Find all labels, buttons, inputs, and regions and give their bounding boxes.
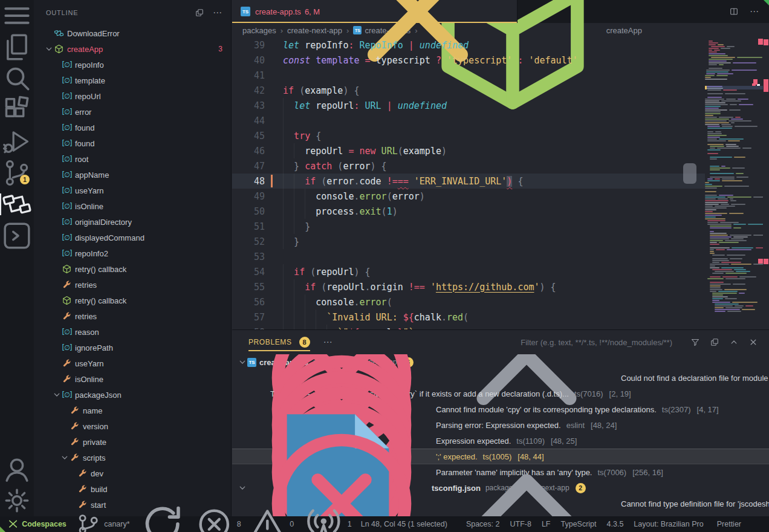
code-line[interactable]: 53 — [232, 249, 705, 264]
outline-item-name[interactable]: name — [34, 403, 231, 418]
minimap[interactable] — [705, 37, 763, 329]
code-line[interactable]: 49console.error(error) — [232, 189, 705, 204]
outline-item-repourl[interactable]: [∅]repoUrl — [34, 88, 231, 104]
outline-item-useyarn[interactable]: [∅]useYarn — [34, 183, 231, 198]
cursor-position[interactable]: Ln 48, Col 45 (1 selected) — [361, 520, 447, 528]
split-editor-icon[interactable] — [729, 7, 739, 16]
outline-item-originaldirectory[interactable]: [∅]originalDirectory — [34, 214, 231, 230]
activitybar-menu[interactable] — [0, 0, 34, 31]
files-icon — [0, 30, 34, 64]
outline-item-appname[interactable]: [∅]appName — [34, 167, 231, 183]
code-line[interactable]: 51} — [232, 219, 705, 234]
outline-item-reason[interactable]: [∅]reason — [34, 324, 231, 340]
minimap-slider[interactable] — [683, 163, 696, 184]
code-line[interactable]: 46repoUrl = new URL(example) — [232, 143, 705, 158]
collapse-all-icon[interactable] — [195, 8, 204, 18]
activitybar-files[interactable] — [0, 31, 34, 63]
outline-item-error[interactable]: [∅]error — [34, 104, 231, 120]
close-panel-icon[interactable] — [748, 337, 758, 347]
outline-item-retry-callback[interactable]: retry() callback — [34, 293, 231, 308]
code-line[interactable]: 43let repoUrl: URL | undefined — [232, 98, 705, 113]
outline-item-found[interactable]: [∅]found — [34, 120, 231, 135]
code-line[interactable]: 40const template = typescript ? 'typescr… — [232, 53, 705, 68]
code-line[interactable]: 44 — [232, 113, 705, 128]
layout[interactable]: Layout: Brazilian Pro — [634, 520, 703, 528]
outline-item-root[interactable]: [∅]root — [34, 151, 231, 167]
ports-indicator[interactable]: 1 — [303, 504, 352, 532]
problems-filter-input[interactable]: Filter (e.g. text, **/*.ts, !**/node_mod… — [521, 338, 672, 347]
outline-item-downloaderror[interactable]: DownloadError — [34, 25, 231, 41]
chevron-down-icon[interactable] — [44, 44, 54, 54]
sync-button[interactable] — [139, 501, 186, 532]
code-line[interactable]: 39let repoInfo: RepoInfo | undefined — [232, 37, 705, 53]
outline-item-ignorepath[interactable]: [∅]ignorePath — [34, 340, 231, 355]
panel-more-actions-icon[interactable]: ⋯ — [323, 339, 333, 345]
outline-item-dev[interactable]: dev — [34, 465, 231, 481]
chevron-down-icon[interactable] — [60, 453, 70, 462]
outline-item-retries[interactable]: retries — [34, 277, 231, 293]
problems-indicator[interactable]: 80 — [195, 505, 294, 532]
ts-version[interactable]: 4.3.5 — [607, 520, 624, 528]
outline-item-packagejson[interactable]: [∅]packageJson — [34, 387, 231, 403]
language-mode[interactable]: TypeScript — [560, 520, 596, 528]
branch-indicator[interactable]: canary* — [76, 511, 130, 532]
code-line[interactable]: 55if (repoUrl.origin !== 'https://github… — [232, 279, 705, 294]
minimap-line — [707, 224, 732, 225]
code-line[interactable]: 50process.exit(1) — [232, 204, 705, 219]
encoding[interactable]: UTF-8 — [510, 520, 531, 528]
activitybar-gear[interactable] — [0, 485, 34, 516]
activitybar-debug[interactable] — [0, 126, 34, 157]
outline-item-isonline[interactable]: isOnline — [34, 371, 231, 387]
code-line[interactable]: 52} — [232, 234, 705, 249]
breadcrumb-packages[interactable]: packages — [242, 26, 276, 35]
chevron-down-icon[interactable] — [52, 390, 62, 400]
outline-item-isonline[interactable]: [∅]isOnline — [34, 198, 231, 214]
editor-more-actions-icon[interactable]: ⋯ — [750, 8, 759, 15]
code-line[interactable]: 45try { — [232, 128, 705, 143]
outline-item-template[interactable]: [∅]template — [34, 73, 231, 88]
token: repoUrl — [305, 146, 343, 157]
editor-scrollbar[interactable] — [763, 37, 769, 329]
activitybar-extensions[interactable] — [0, 94, 34, 126]
outline-item-private[interactable]: private — [34, 434, 231, 450]
activitybar-search[interactable] — [0, 63, 34, 94]
code-line[interactable]: 42if (example) { — [232, 83, 705, 98]
view-mode-icon[interactable] — [710, 337, 719, 347]
code-line[interactable]: 47} catch (error) { — [232, 158, 705, 174]
activitybar-remote[interactable] — [0, 220, 34, 251]
outline-item-repoinfo[interactable]: [∅]repoInfo — [34, 57, 231, 73]
chevron-up-icon[interactable] — [436, 413, 617, 527]
activitybar-account[interactable] — [0, 453, 34, 485]
code-line[interactable]: 41 — [232, 68, 705, 83]
tab-problems[interactable]: PROBLEMS 8 — [248, 330, 310, 354]
activitybar-source-control[interactable]: 1 — [0, 157, 34, 189]
code-line[interactable]: 58`"${example}"` — [232, 325, 705, 329]
eol[interactable]: LF — [542, 520, 551, 528]
outline-item-found[interactable]: [∅]found — [34, 135, 231, 151]
code-line[interactable]: 56console.error( — [232, 294, 705, 310]
filter-icon[interactable] — [690, 337, 700, 347]
more-actions-icon[interactable]: ⋯ — [213, 10, 222, 16]
code-line[interactable]: 54if (repoUrl) { — [232, 264, 705, 279]
outline-item-retries[interactable]: retries — [34, 308, 231, 324]
outline-item-retry-callback[interactable]: retry() callback — [34, 261, 231, 277]
symbol-class-icon — [54, 28, 64, 38]
outline-item-repoinfo2[interactable]: [∅]repoInfo2 — [34, 245, 231, 261]
chevron-down-icon[interactable] — [238, 357, 247, 367]
tab-create-app-ts[interactable]: TS create-app.ts 6, M — [232, 0, 518, 23]
chevron-down-icon[interactable] — [238, 483, 247, 493]
maximize-panel-icon[interactable] — [729, 337, 739, 347]
outline-item-createapp[interactable]: createApp3 — [34, 41, 231, 57]
code-editor[interactable]: 39let repoInfo: RepoInfo | undefined40co… — [232, 37, 769, 329]
activitybar-hierarchy[interactable] — [0, 189, 34, 220]
indentation[interactable]: Spaces: 2 — [466, 520, 500, 528]
code-line[interactable]: 48if (error.code !=== 'ERR_INVALID_URL')… — [232, 174, 705, 189]
code-line[interactable]: 57`Invalid URL: ${chalk.red( — [232, 310, 705, 325]
outline-item-build[interactable]: build — [34, 481, 231, 497]
prettier[interactable]: Prettier — [714, 520, 741, 528]
outline-item-scripts[interactable]: scripts — [34, 450, 231, 465]
outline-item-version[interactable]: version — [34, 418, 231, 434]
remote-indicator[interactable]: Codespaces — [7, 518, 67, 530]
outline-item-displayedcommand[interactable]: [∅]displayedCommand — [34, 230, 231, 245]
outline-item-useyarn[interactable]: useYarn — [34, 355, 231, 371]
